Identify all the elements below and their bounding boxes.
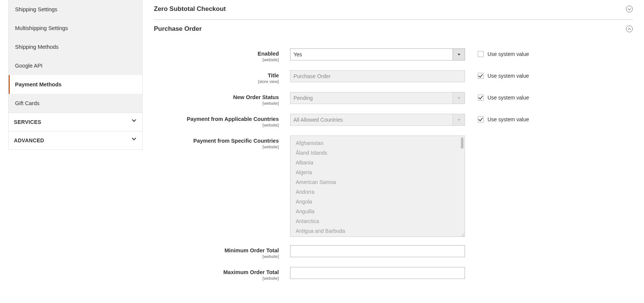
field-scope: [website] — [154, 101, 279, 106]
field-scope: [website] — [154, 254, 279, 259]
sidebar-item-multishipping-settings[interactable]: Multishipping Settings — [9, 19, 142, 38]
section-purchase-order: Purchase Order Enabled [website] Yes — [154, 20, 633, 280]
sidebar-item-gift-cards[interactable]: Gift Cards — [9, 94, 142, 113]
section-title: Zero Subtotal Checkout — [154, 5, 226, 13]
applicable-countries-select: All Allowed Countries — [290, 114, 465, 126]
field-label-col: Payment from Specific Countries [website… — [154, 136, 290, 149]
country-option: Algeria — [290, 167, 465, 177]
field-scope: [website] — [154, 276, 279, 280]
country-option: Antarctica — [290, 216, 465, 226]
country-option: Albania — [290, 158, 465, 167]
field-scope: [store view] — [154, 79, 279, 84]
checkbox-label: Use system value — [488, 116, 529, 122]
country-option: Andorra — [290, 187, 465, 197]
collapse-icon — [626, 26, 633, 32]
country-option: American Samoa — [290, 177, 465, 187]
checkbox-label: Use system value — [488, 95, 529, 101]
max-order-total-input[interactable] — [290, 267, 465, 279]
new-order-status-select: Pending — [290, 92, 465, 104]
sidebar-item-google-api[interactable]: Google API — [9, 56, 142, 75]
field-input-col — [290, 245, 465, 257]
country-option: Anguilla — [290, 207, 465, 216]
title-input — [290, 70, 465, 82]
field-label-col: New Order Status [website] — [154, 92, 290, 106]
chevron-down-icon — [132, 138, 137, 143]
use-system-value-checkbox[interactable]: Use system value — [478, 73, 529, 79]
dropdown-button[interactable] — [453, 48, 465, 60]
triangle-down-icon — [457, 119, 460, 121]
sidebar-group-sales: Shipping Settings Multishipping Settings… — [8, 0, 143, 113]
field-label-col: Payment from Applicable Countries [websi… — [154, 114, 290, 127]
scrollbar-thumb[interactable] — [461, 137, 463, 149]
field-label-col: Enabled [website] — [154, 48, 290, 62]
row-enabled: Enabled [website] Yes Use system value — [154, 48, 633, 62]
field-extra-col — [465, 267, 478, 270]
sidebar-item-payment-methods[interactable]: Payment Methods — [9, 75, 142, 94]
field-extra-col: Use system value — [465, 114, 529, 122]
min-order-total-input[interactable] — [290, 245, 465, 257]
field-label: Maximum Order Total — [154, 269, 279, 275]
use-system-value-checkbox[interactable]: Use system value — [478, 116, 529, 122]
field-scope: [website] — [154, 123, 279, 127]
field-extra-col: Use system value — [465, 92, 529, 101]
sidebar-section-label: SERVICES — [14, 119, 41, 125]
field-input-col: Pending — [290, 92, 465, 104]
expand-icon — [626, 6, 633, 12]
section-zero-subtotal-checkout: Zero Subtotal Checkout — [154, 0, 633, 20]
select-value: All Allowed Countries — [290, 114, 453, 126]
enabled-select[interactable]: Yes — [290, 48, 465, 60]
field-label-col: Title [store view] — [154, 70, 290, 84]
sidebar-section-services[interactable]: SERVICES — [8, 113, 143, 131]
row-new-order-status: New Order Status [website] Pending Use s… — [154, 92, 633, 106]
use-system-value-checkbox[interactable]: Use system value — [478, 51, 529, 57]
sidebar-section-label: ADVANCED — [14, 137, 44, 143]
section-title: Purchase Order — [154, 25, 202, 33]
country-option: Antigua and Barbuda — [290, 226, 465, 236]
checkbox-icon — [478, 73, 484, 79]
field-label: Enabled — [154, 51, 279, 57]
checkbox-icon — [478, 51, 484, 57]
purchase-order-form: Enabled [website] Yes Use system value — [154, 39, 633, 280]
dropdown-button — [453, 114, 465, 126]
section-header-zero-subtotal[interactable]: Zero Subtotal Checkout — [154, 0, 633, 20]
field-scope: [website] — [154, 145, 279, 149]
sidebar-section-advanced[interactable]: ADVANCED — [8, 131, 143, 150]
section-header-purchase-order[interactable]: Purchase Order — [154, 20, 633, 39]
sidebar-item-shipping-methods[interactable]: Shipping Methods — [9, 38, 142, 56]
country-option: Åland Islands — [290, 148, 465, 158]
row-max-order-total: Maximum Order Total [website] — [154, 267, 633, 280]
row-applicable-countries: Payment from Applicable Countries [websi… — [154, 114, 633, 127]
checkbox-icon — [478, 95, 484, 101]
field-input-col — [290, 267, 465, 279]
row-title: Title [store view] Use system value — [154, 70, 633, 84]
checkbox-label: Use system value — [488, 73, 529, 79]
select-value: Pending — [290, 92, 453, 104]
field-label: Minimum Order Total — [154, 247, 279, 253]
country-option: Afghanistan — [290, 138, 465, 148]
sidebar: Shipping Settings Multishipping Settings… — [0, 0, 143, 289]
triangle-down-icon — [457, 97, 460, 99]
field-extra-col — [465, 136, 478, 138]
specific-countries-multiselect: Afghanistan Åland Islands Albania Algeri… — [290, 136, 465, 237]
main-content: Zero Subtotal Checkout Purchase Order En… — [143, 0, 644, 289]
select-value: Yes — [290, 48, 453, 60]
field-input-col: Yes — [290, 48, 465, 60]
field-label: Payment from Specific Countries — [154, 138, 279, 144]
field-extra-col: Use system value — [465, 70, 529, 79]
multiselect-options: Afghanistan Åland Islands Albania Algeri… — [290, 136, 465, 237]
field-input-col — [290, 70, 465, 82]
sidebar-item-shipping-settings[interactable]: Shipping Settings — [9, 0, 142, 19]
row-specific-countries: Payment from Specific Countries [website… — [154, 136, 633, 237]
field-extra-col: Use system value — [465, 48, 529, 57]
field-input-col: Afghanistan Åland Islands Albania Algeri… — [290, 136, 465, 237]
field-label: Title — [154, 72, 279, 78]
triangle-down-icon — [457, 54, 460, 56]
country-option: Angola — [290, 197, 465, 207]
checkbox-icon — [478, 116, 484, 122]
use-system-value-checkbox[interactable]: Use system value — [478, 95, 529, 101]
field-label: New Order Status — [154, 94, 279, 100]
field-extra-col — [465, 245, 478, 248]
chevron-down-icon — [132, 120, 137, 124]
field-label: Payment from Applicable Countries — [154, 116, 279, 122]
resize-handle-icon[interactable] — [460, 232, 464, 236]
